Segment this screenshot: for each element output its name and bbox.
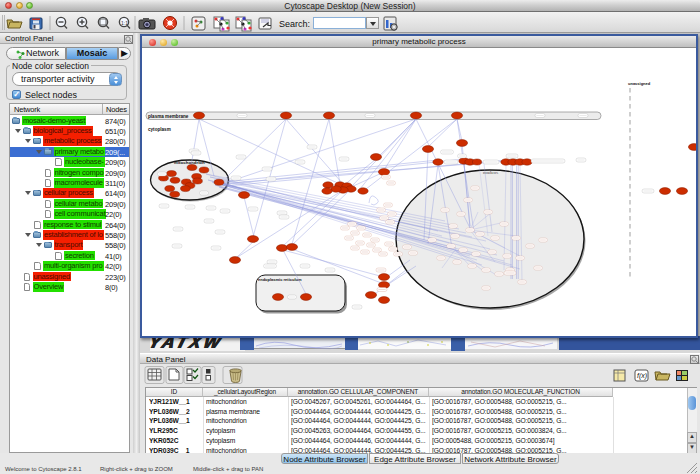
svg-text:unassigned: unassigned	[628, 81, 651, 86]
svg-text:mitochondrion: mitochondrion	[174, 160, 205, 165]
svg-text:plasma membrane: plasma membrane	[148, 114, 189, 119]
svg-text:endoplasmic reticulum: endoplasmic reticulum	[258, 277, 302, 282]
svg-text:f(x): f(x)	[637, 372, 647, 380]
svg-text:cytoplasm: cytoplasm	[148, 127, 171, 132]
svg-text:1:1: 1:1	[121, 19, 128, 25]
